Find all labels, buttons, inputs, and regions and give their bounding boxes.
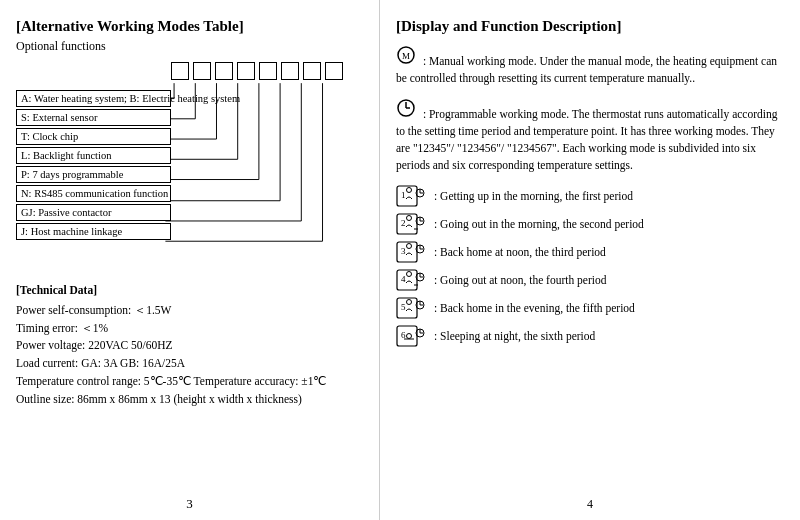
svg-point-26 — [407, 187, 412, 192]
label-item-3: L: Backlight function — [16, 147, 171, 164]
svg-text:2: 2 — [401, 218, 406, 228]
prog-desc-block: : Programmable working mode. The thermos… — [396, 98, 784, 175]
svg-point-52 — [407, 299, 412, 304]
left-page: [Alternative Working Modes Table] Option… — [0, 0, 380, 520]
tech-line-3: Load current: GA: 3A GB: 16A/25A — [16, 355, 363, 373]
svg-text:3: 3 — [401, 246, 406, 256]
label-item-2: T: Clock chip — [16, 128, 171, 145]
period-item-4: 5 : Back home in the evening, the fifth … — [396, 297, 784, 319]
period-icon-1: 2 — [396, 213, 428, 235]
period-icon-3: 4 — [396, 269, 428, 291]
svg-text:5: 5 — [401, 302, 406, 312]
period-text-0: : Getting up in the morning, the first p… — [434, 190, 633, 202]
technical-section: [Technical Data] Power self-consumption:… — [16, 282, 363, 409]
label-item-4: P: 7 days programmable — [16, 166, 171, 183]
period-text-3: : Going out at noon, the fourth period — [434, 274, 606, 286]
period-item-5: 6 : Sleeping at night, the sixth period — [396, 325, 784, 347]
period-item-1: 2 : Going out in the morning, the second… — [396, 213, 784, 235]
tech-line-0: Power self-consumption: ＜1.5W — [16, 302, 363, 320]
period-icon-0: 1 — [396, 185, 428, 207]
svg-text:4: 4 — [401, 274, 406, 284]
period-text-4: : Back home in the evening, the fifth pe… — [434, 302, 635, 314]
right-title: [Display and Function Description] — [396, 18, 784, 35]
technical-title: [Technical Data] — [16, 282, 363, 300]
period-icon-5: 6 — [396, 325, 428, 347]
prog-icon — [396, 98, 416, 118]
period-icon-2: 3 — [396, 241, 428, 263]
period-text-2: : Back home at noon, the third period — [434, 246, 606, 258]
left-title: [Alternative Working Modes Table] — [16, 18, 363, 35]
period-text-1: : Going out in the morning, the second p… — [434, 218, 644, 230]
period-icon-4: 5 — [396, 297, 428, 319]
manual-desc: M : Manual working mode. Under the manua… — [396, 45, 784, 88]
prog-desc: : Programmable working mode. The thermos… — [396, 98, 784, 175]
svg-point-39 — [407, 243, 412, 248]
left-page-number: 3 — [186, 496, 193, 512]
tech-line-1: Timing error: ＜1% — [16, 320, 363, 338]
tech-line-5: Outline size: 86mm x 86mm x 13 (height x… — [16, 391, 363, 409]
manual-desc-block: M : Manual working mode. Under the manua… — [396, 45, 784, 88]
period-item-0: 1 : Getting up in the morning, the first… — [396, 185, 784, 207]
tech-line-4: Temperature control range: 5℃-35℃ Temper… — [16, 373, 363, 391]
period-text-5: : Sleeping at night, the sixth period — [434, 330, 595, 342]
svg-text:M: M — [402, 51, 410, 61]
svg-point-32 — [407, 215, 412, 220]
diagram-area: A: Water heating system; B: Electric hea… — [16, 62, 363, 272]
manual-icon: M — [396, 45, 416, 65]
tech-line-2: Power voltage: 220VAC 50/60HZ — [16, 337, 363, 355]
label-item-1: S: External sensor — [16, 109, 171, 126]
svg-point-45 — [407, 271, 412, 276]
label-item-6: GJ: Passive contactor — [16, 204, 171, 221]
labels-list: A: Water heating system; B: Electric hea… — [16, 90, 171, 242]
svg-text:1: 1 — [401, 190, 406, 200]
svg-point-59 — [407, 333, 412, 338]
period-item-2: 3 : Back home at noon, the third period — [396, 241, 784, 263]
right-page: [Display and Function Description] M : M… — [380, 0, 800, 520]
label-item-7: J: Host machine linkage — [16, 223, 171, 240]
right-page-number: 4 — [587, 497, 593, 512]
label-item-0: A: Water heating system; B: Electric hea… — [16, 90, 171, 107]
label-item-5: N: RS485 communication function — [16, 185, 171, 202]
optional-label: Optional functions — [16, 39, 363, 54]
period-item-3: 4 : Going out at noon, the fourth period — [396, 269, 784, 291]
